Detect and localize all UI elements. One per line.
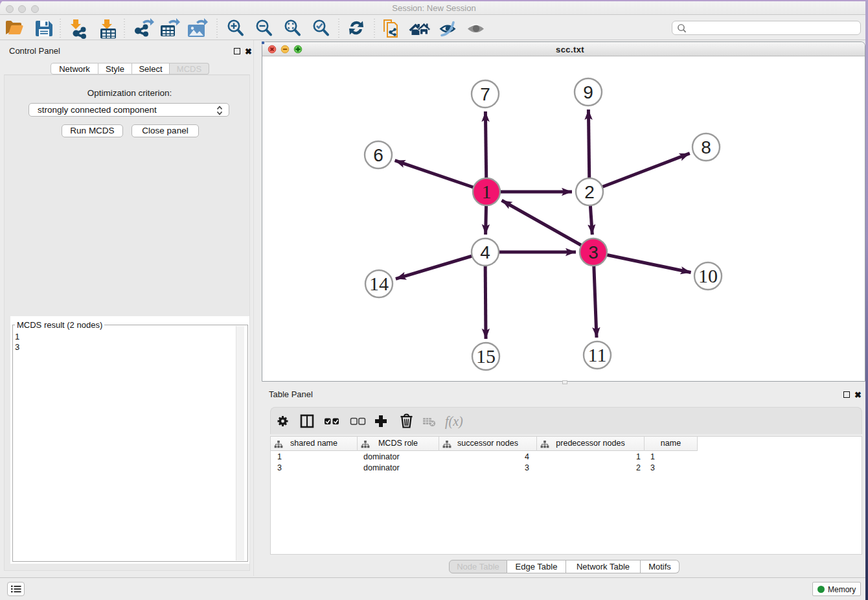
svg-text:15: 15 [476, 345, 496, 367]
svg-text:f(x): f(x) [445, 414, 463, 429]
svg-text:1: 1 [482, 181, 492, 202]
svg-text:8: 8 [701, 137, 711, 157]
svg-text:3: 3 [588, 242, 599, 262]
svg-text:7: 7 [480, 84, 490, 104]
svg-text:4: 4 [480, 242, 490, 262]
svg-text:14: 14 [369, 273, 389, 294]
svg-text:11: 11 [588, 344, 607, 365]
svg-text:10: 10 [698, 265, 718, 286]
svg-text:2: 2 [584, 182, 595, 202]
svg-text:9: 9 [583, 82, 593, 102]
svg-text:6: 6 [373, 145, 383, 165]
